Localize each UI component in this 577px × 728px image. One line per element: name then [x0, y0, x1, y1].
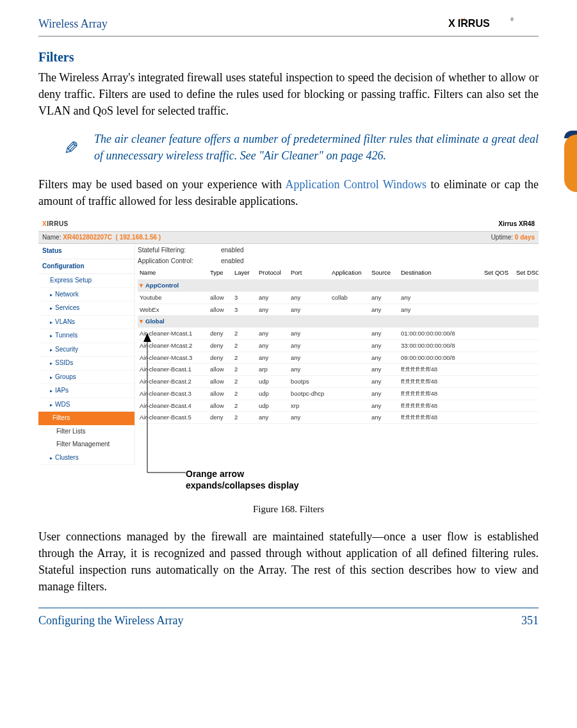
table-row[interactable]: Air-cleaner-Bcast.1allow2arpanyanyff:ff:…	[138, 364, 539, 376]
ss-name-label: Name:	[42, 234, 61, 241]
ss-info-bar: Name: XR4012802207C ( 192.168.1.56 ) Upt…	[38, 231, 539, 244]
svg-text:X: X	[448, 17, 455, 29]
ss-sidebar: Status Configuration Express Setup Netwo…	[38, 244, 135, 465]
group-global[interactable]: ▾Global	[138, 316, 539, 328]
callout-arrow-icon	[141, 330, 192, 480]
section-heading: Filters	[38, 48, 539, 67]
appcontrol-value: enabled	[221, 257, 244, 266]
svg-text:IRRUS: IRRUS	[458, 17, 490, 29]
application-control-link[interactable]: Application Control Windows	[285, 178, 427, 191]
filter-table: NameTypeLayer ProtocolPortApplication So…	[138, 266, 539, 424]
sidebar-item-ssids[interactable]: SSIDs	[38, 357, 134, 371]
table-header-row: NameTypeLayer ProtocolPortApplication So…	[138, 266, 539, 279]
svg-text:®: ®	[510, 17, 514, 22]
ss-name-value: XR4012802207C	[63, 234, 112, 241]
sidebar-item-network[interactable]: Network	[38, 288, 134, 302]
ss-uptime-value: 0 days	[515, 234, 535, 241]
table-row[interactable]: WebExallow3 anyany anyanyV	[138, 303, 539, 316]
sidebar-filter-mgmt[interactable]: Filter Management	[38, 438, 134, 451]
paragraph-2: Filters may be used based on your experi…	[38, 176, 539, 209]
header-rule	[38, 36, 539, 36]
sidebar-item-tunnels[interactable]: Tunnels	[38, 329, 134, 343]
table-row[interactable]: Air-cleaner-Mcast.2deny2anyanyany33:00:0…	[138, 339, 539, 352]
sidebar-item-security[interactable]: Security	[38, 343, 134, 357]
para2-a: Filters may be used based on your experi…	[38, 178, 285, 191]
note-text: The air cleaner feature offers a number …	[94, 131, 539, 164]
footer-rule	[38, 608, 539, 608]
sidebar-filters-selected[interactable]: Filters	[38, 412, 134, 425]
stateful-value: enabled	[221, 246, 244, 255]
appcontrol-label: Application Control:	[138, 257, 208, 266]
sidebar-item-iaps[interactable]: IAPs	[38, 384, 134, 398]
ss-logo: XIRRUS	[42, 220, 69, 229]
sidebar-item-vlans[interactable]: VLANs	[38, 316, 134, 330]
vendor-logo: X IRRUS ®	[443, 17, 539, 31]
sidebar-item-wds[interactable]: WDS	[38, 398, 134, 412]
callout-line2: expands/collapses display	[186, 480, 299, 490]
note-block: ✎ The air cleaner feature offers a numbe…	[64, 131, 539, 164]
stateful-label: Stateful Filtering:	[138, 246, 208, 255]
svg-marker-7	[143, 333, 151, 342]
sidebar-item-services[interactable]: Services	[38, 302, 134, 316]
ss-main: Stateful Filtering:enabled Application C…	[135, 244, 539, 465]
paragraph-3: User connections managed by the firewall…	[38, 528, 539, 595]
callout-text: Orange arrow expands/collapses display	[186, 469, 539, 491]
sidebar-configuration[interactable]: Configuration	[38, 259, 134, 275]
sidebar-item-clusters[interactable]: Clusters	[38, 451, 134, 465]
table-row[interactable]: Youtubeallow3 anyanycollab anyany	[138, 291, 539, 303]
table-row[interactable]: Air-cleaner-Mcast.3deny2anyanyany09:00:0…	[138, 352, 539, 364]
sidebar-status[interactable]: Status	[38, 244, 134, 259]
footer-title: Configuring the Wireless Array	[38, 612, 183, 629]
paragraph-1: The Wireless Array's integrated firewall…	[38, 69, 539, 119]
table-row[interactable]: Air-cleaner-Bcast.5deny2anyanyanyff:ff:f…	[138, 412, 539, 424]
group-appcontrol[interactable]: ▾AppControl	[138, 280, 539, 292]
ss-model: Xirrus XR48	[498, 220, 535, 229]
table-row[interactable]: Air-cleaner-Bcast.4allow2udpxrpanyff:ff:…	[138, 400, 539, 412]
chevron-down-icon: ▾	[140, 282, 143, 289]
sidebar-filter-lists[interactable]: Filter Lists	[38, 425, 134, 439]
pencil-icon: ✎	[64, 136, 79, 162]
ss-ip: ( 192.168.1.56 )	[116, 234, 161, 241]
embedded-screenshot: XIRRUS Xirrus XR48 Name: XR4012802207C (…	[38, 217, 539, 465]
callout-line1: Orange arrow	[186, 469, 244, 479]
header-title: Wireless Array	[38, 15, 108, 32]
figure-caption: Figure 168. Filters	[38, 503, 539, 517]
page-number: 351	[521, 612, 539, 629]
table-row[interactable]: Air-cleaner-Mcast.1deny2anyanyany01:00:0…	[138, 328, 539, 340]
page-tab	[564, 134, 577, 192]
table-row[interactable]: Air-cleaner-Bcast.3allow2udpbootpc-dhcpa…	[138, 387, 539, 400]
chevron-down-icon: ▾	[140, 318, 143, 325]
sidebar-item-groups[interactable]: Groups	[38, 371, 134, 385]
table-row[interactable]: Air-cleaner-Bcast.2allow2udpbootpsanyff:…	[138, 376, 539, 388]
ss-uptime-label: Uptime:	[491, 234, 513, 241]
sidebar-item-express[interactable]: Express Setup	[38, 274, 134, 288]
